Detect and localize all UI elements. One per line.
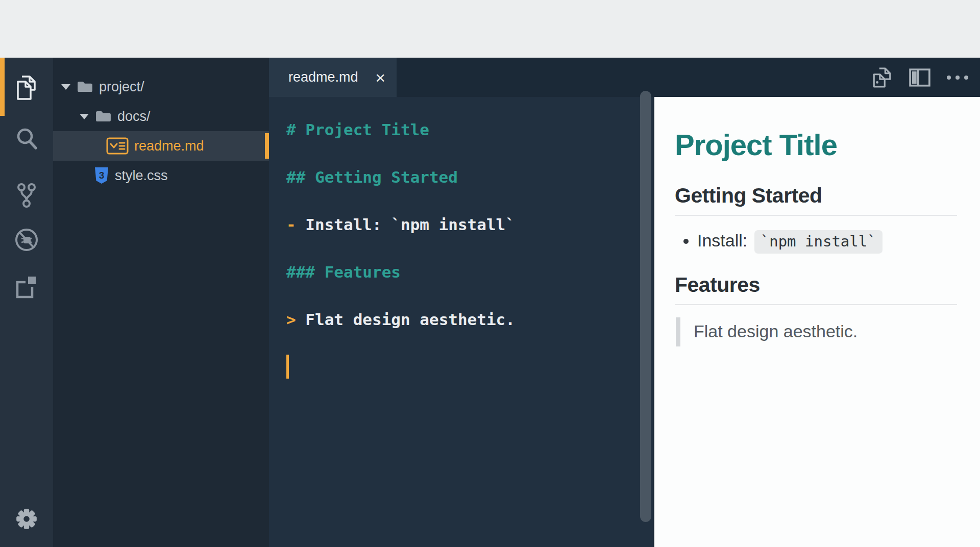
editor-line: - Install: `npm install` [286,201,653,248]
md-list-marker: - [286,215,296,234]
extensions-icon[interactable] [13,274,40,301]
editor-line: > Flat design aesthetic. [286,295,653,343]
tab-label: readme.md [288,69,370,85]
close-icon[interactable]: × [370,69,385,86]
settings-gear-icon[interactable] [13,506,40,532]
md-quote-text: Flat design aesthetic. [296,310,515,329]
md-quote-marker: > [286,310,296,329]
heading-rule [675,215,957,216]
tree-item-style[interactable]: 3 style.css [53,161,269,190]
text-cursor [286,355,289,379]
preview-list: Install: `npm install` [675,229,957,252]
svg-text:3: 3 [99,170,105,181]
layout-columns-icon[interactable] [909,66,931,89]
css-file-icon: 3 [94,167,109,184]
preview-h1: Project Title [675,129,957,161]
tab-bar: readme.md × [269,58,653,97]
markdown-editor[interactable]: # Project Title ## Getting Started - Ins… [269,97,653,547]
editor-group: readme.md × # Project Title ## Getting S… [269,58,653,547]
editor-line: # Project Title [286,106,653,153]
explorer-icon[interactable] [13,74,40,101]
preview-h2-features: Features [675,274,957,296]
activity-bar [0,58,53,547]
tab-readme[interactable]: readme.md × [269,58,397,97]
heading-rule [675,304,957,305]
more-actions-icon[interactable] [946,66,969,89]
active-view-indicator [0,58,5,116]
preview-list-item: Install: `npm install` [697,229,957,252]
markdown-preview: Project Title Getting Started Install: `… [654,97,980,547]
md-h2-source: ## Getting Started [286,168,458,186]
editor-actions [871,58,969,97]
preview-column: Project Title Getting Started Install: `… [653,58,980,547]
tree-item-readme-selected[interactable]: readme.md [53,131,269,161]
chevron-down-icon[interactable] [80,114,89,119]
editor-line [286,343,653,390]
md-list-text: Install: `npm install` [296,215,515,234]
tree-item-label: project/ [99,79,144,95]
list-item-text: Install: [697,231,752,250]
tree-item-project[interactable]: project/ [53,72,269,102]
split-editor-icon[interactable] [871,66,893,89]
preview-blockquote: Flat design aesthetic. [676,317,957,346]
editor-scrollbar[interactable] [640,91,651,522]
folder-icon [77,81,93,93]
preview-h2-getting-started: Getting Started [675,185,957,207]
source-control-icon[interactable] [13,182,40,209]
search-icon[interactable] [13,126,40,152]
tree-item-docs[interactable]: docs/ [53,102,269,131]
chevron-down-icon[interactable] [61,84,70,90]
run-debug-disabled-icon[interactable] [13,227,40,253]
selection-accent-bar [265,133,269,159]
file-explorer: project/ docs/ readme.md 3 sty [53,58,269,547]
md-h3-source: ### Features [286,263,401,281]
editor-line: ## Getting Started [286,153,653,201]
inline-code: `npm install` [754,230,883,254]
markdown-file-icon [106,137,129,155]
tree-item-label: style.css [115,168,168,184]
editor-line: ### Features [286,248,653,295]
window-title-bar [0,0,980,58]
md-h1-source: # Project Title [286,120,429,139]
folder-icon [95,110,112,123]
tree-item-label: readme.md [134,138,204,154]
tree-item-label: docs/ [117,109,151,125]
